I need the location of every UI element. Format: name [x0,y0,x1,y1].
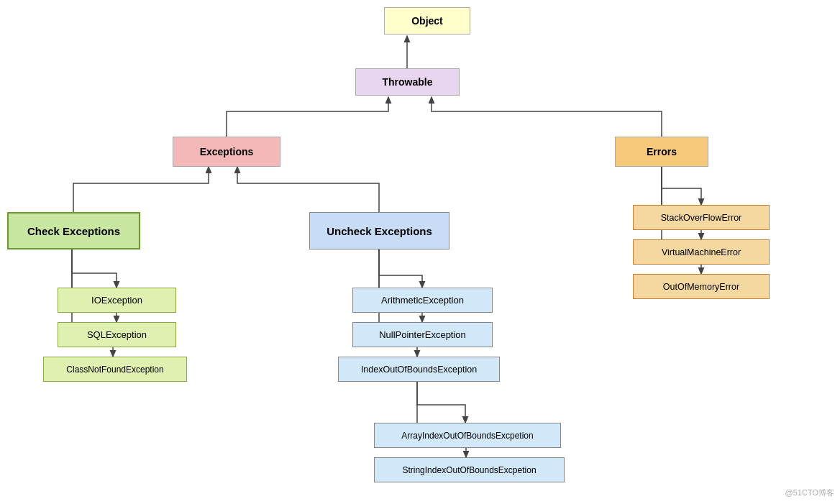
object-node: Object [384,7,470,35]
string-index-out-of-bounds-node: StringIndexOutOfBoundsExcpetion [374,457,565,482]
diagram: Object Throwable Exceptions Errors Check… [0,0,840,504]
arithmetic-exception-node: ArithmeticException [352,288,493,313]
sql-exception-node: SQLException [58,322,176,347]
array-index-out-of-bounds-node: ArrayIndexOutOfBoundsExcpetion [374,423,561,448]
exceptions-node: Exceptions [173,137,280,167]
class-not-found-node: ClassNotFoundException [43,357,187,382]
out-of-memory-node: OutOfMemoryError [633,274,770,299]
index-out-of-bounds-node: IndexOutOfBoundsException [338,357,500,382]
virtual-machine-node: VirtualMachineError [633,239,770,265]
uncheck-exceptions-node: Uncheck Exceptions [309,212,449,249]
errors-node: Errors [615,137,708,167]
io-exception-node: IOException [58,288,176,313]
check-exceptions-node: Check Exceptions [7,212,140,249]
throwable-node: Throwable [355,68,460,96]
stack-overflow-node: StackOverFlowError [633,205,770,230]
null-pointer-exception-node: NullPointerException [352,322,493,347]
watermark: @51CTO博客 [785,487,834,498]
